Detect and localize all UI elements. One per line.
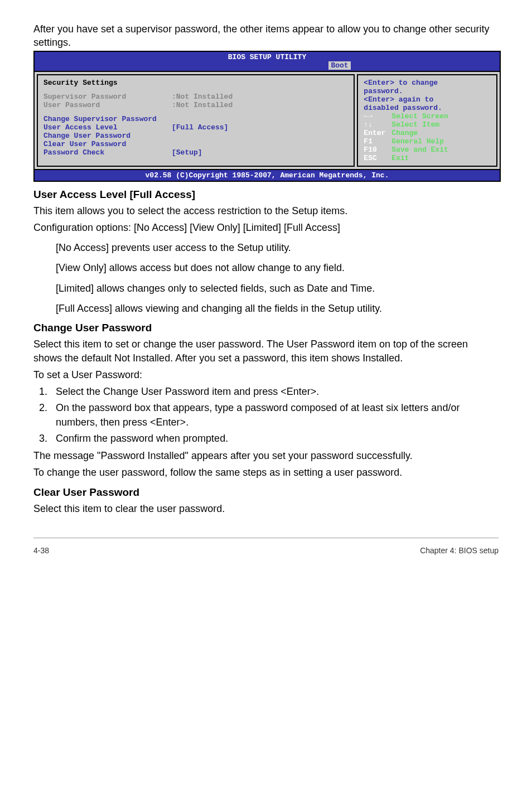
page-footer: 4-38 Chapter 4: BIOS setup bbox=[33, 543, 499, 555]
bios-copyright-footer: v02.58 (C)Copyright 1985-2007, American … bbox=[35, 169, 500, 181]
ual-option-view-only: [View Only] allows access but does not a… bbox=[56, 261, 499, 274]
bios-left-panel: Security Settings Supervisor Password :N… bbox=[37, 74, 355, 167]
nav-change: EnterChange bbox=[364, 129, 491, 137]
nav-select-item: ↑↓Select Item bbox=[364, 120, 491, 129]
row-change-user-password: Change User Password bbox=[43, 132, 348, 140]
row-password-check: Password Check [Setup] bbox=[43, 148, 348, 157]
bios-right-panel: <Enter> to change password. <Enter> agai… bbox=[357, 74, 497, 167]
ual-option-no-access: [No Access] prevents user access to the … bbox=[56, 241, 499, 254]
ual-option-full-access: [Full Access] allows viewing and changin… bbox=[56, 302, 499, 315]
bios-title: BIOS SETUP UTILITY bbox=[35, 52, 500, 61]
bios-setup-window: BIOS SETUP UTILITY Boot Security Setting… bbox=[33, 51, 501, 182]
cup-description: Select this item to set or change the us… bbox=[33, 337, 499, 365]
heading-user-access-level: User Access Level [Full Access] bbox=[33, 189, 499, 201]
row-user-password: User Password :Not Installed bbox=[43, 101, 348, 109]
cup-step-1: Select the Change User Password item and… bbox=[50, 385, 499, 399]
nav-exit: ESCExit bbox=[364, 154, 491, 162]
row-user-access-level: User Access Level [Full Access] bbox=[43, 123, 348, 132]
chapter-label: Chapter 4: BIOS setup bbox=[420, 546, 499, 555]
security-settings-heading: Security Settings bbox=[43, 79, 348, 87]
bios-help-text: <Enter> to change password. <Enter> agai… bbox=[364, 79, 491, 112]
nav-save-exit: F10Save and Exit bbox=[364, 146, 491, 154]
bios-nav-legend: ←→Select Screen ↑↓Select Item EnterChang… bbox=[364, 112, 491, 162]
ual-description-1: This item allows you to select the acces… bbox=[33, 204, 499, 218]
bios-tab-bar: Boot bbox=[35, 61, 500, 71]
ual-description-2: Configuration options: [No Access] [View… bbox=[33, 221, 499, 234]
nav-general-help: F1General Help bbox=[364, 137, 491, 146]
cup-step-2: On the password box that appears, type a… bbox=[50, 401, 499, 429]
arrows-lr-icon: ←→ bbox=[364, 112, 391, 120]
heading-change-user-password: Change User Password bbox=[33, 322, 499, 334]
cup-change-instruction: To change the user password, follow the … bbox=[33, 466, 499, 479]
row-clear-user-password: Clear User Password bbox=[43, 140, 348, 148]
row-supervisor-password: Supervisor Password :Not Installed bbox=[43, 93, 348, 101]
cup-steps-list: Select the Change User Password item and… bbox=[33, 385, 499, 446]
nav-select-screen: ←→Select Screen bbox=[364, 112, 491, 120]
heading-clear-user-password: Clear User Password bbox=[33, 486, 499, 499]
footer-rule bbox=[33, 538, 499, 538]
clear-description: Select this item to clear the user passw… bbox=[33, 502, 499, 515]
bios-tab-boot: Boot bbox=[328, 61, 350, 70]
ual-option-limited: [Limited] allows changes only to selecte… bbox=[56, 282, 499, 295]
cup-success-message: The message "Password Installed" appears… bbox=[33, 449, 499, 462]
intro-paragraph: After you have set a supervisor password… bbox=[33, 22, 499, 50]
page-number: 4-38 bbox=[33, 546, 49, 555]
cup-step-3: Confirm the password when prompted. bbox=[50, 432, 499, 446]
cup-to-set: To set a User Password: bbox=[33, 368, 499, 381]
arrows-ud-icon: ↑↓ bbox=[364, 120, 391, 129]
row-change-supervisor-password: Change Supervisor Password bbox=[43, 115, 348, 123]
